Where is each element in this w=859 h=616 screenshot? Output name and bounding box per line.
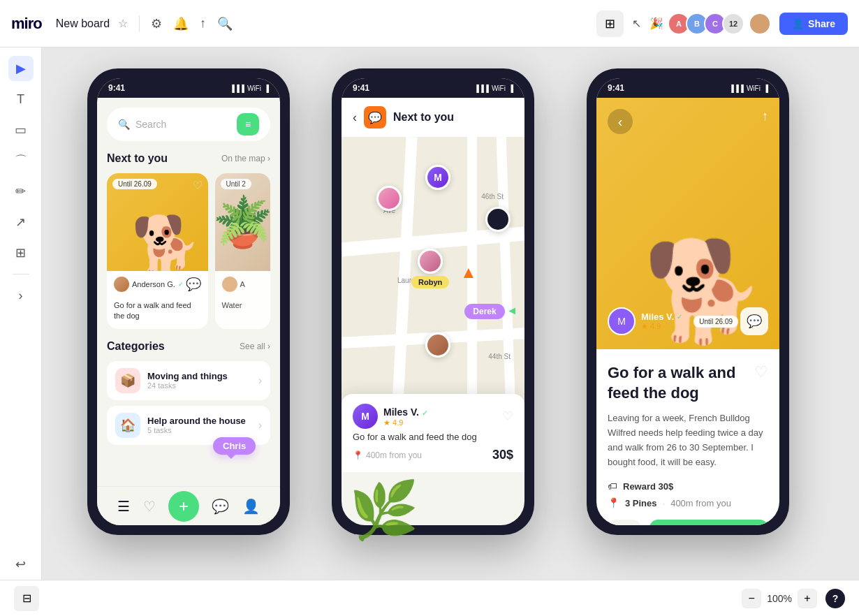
search-bar[interactable]: 🔍 Search ≡ [107, 108, 270, 141]
card1-desc: Go for a walk and feed the dog [107, 298, 208, 329]
canvas-area[interactable]: 9:41 ▐▐▐ WiFi ▐ 🔍 Search ≡ [42, 47, 859, 580]
frame-tool[interactable]: ⊞ [8, 240, 34, 265]
detail-back-button[interactable]: ‹ [608, 109, 633, 134]
map-bottom-card: M Miles V. ✓ ★ 4.9 ♡ Go for a walk and f… [342, 394, 524, 472]
battery-icon-3: ▐ [763, 85, 768, 92]
detail-heart-icon[interactable]: ♡ [754, 363, 768, 381]
undo-tool[interactable]: ↩ [8, 552, 34, 577]
filter-button[interactable]: ≡ [237, 113, 259, 135]
map-back-button[interactable]: ‹ [353, 110, 357, 125]
card-plant[interactable]: Until 2 A Water [215, 173, 270, 329]
derek-label: Derek [464, 304, 504, 319]
detail-title-row: Go for a walk and feed the dog ♡ [608, 363, 768, 403]
categories-link[interactable]: See all › [240, 342, 270, 351]
detail-image: 🐕 ‹ ↑ M Miles V. ✓ ★ 4.9 Until 26.09 [596, 98, 779, 349]
bottom-bar: ⊟ − 100% + ? [0, 580, 859, 616]
share-button[interactable]: 👤 Share [779, 13, 848, 35]
upload-icon[interactable]: ↑ [200, 16, 206, 31]
derek-container: Derek ◄ [464, 305, 517, 317]
map-header-title: Next to you [393, 111, 454, 124]
location-label: 3 Pines [625, 498, 657, 508]
avatar-count: 12 [722, 13, 744, 35]
card1-footer: Anderson G. ✓ 💬 [107, 271, 208, 298]
card2-avatar [222, 277, 237, 292]
pin-avatar-3 [485, 207, 511, 232]
pen-tool[interactable]: ✏ [8, 179, 34, 204]
section-next-link[interactable]: On the map › [221, 154, 270, 163]
detail-chat-bubble: 💬 [740, 307, 768, 335]
miles-distance: 📍 400m from you [353, 450, 422, 460]
notification-icon[interactable]: 🔔 [173, 16, 189, 31]
toolbar-left: miro New board ☆ ⚙ 🔔 ↑ 🔍 [11, 15, 596, 33]
detail-actions: 💬 Respond [608, 520, 768, 525]
sticky-tool[interactable]: ▭ [8, 117, 34, 142]
card2-image: Until 2 [215, 173, 270, 271]
battery-icon: ▐ [264, 85, 269, 92]
robyn-label: Robyn [411, 276, 449, 288]
detail-content: Go for a walk and feed the dog ♡ Leaving… [596, 349, 779, 525]
nav-add-button[interactable]: + [168, 491, 199, 522]
phone-notch-1: 9:41 ▐▐▐ WiFi ▐ [97, 78, 280, 98]
miles-avatar: M [353, 404, 378, 429]
detail-share-button[interactable]: ↑ [762, 109, 768, 124]
next-to-you-header: Next to you On the map › [107, 152, 270, 165]
card2-username: A [240, 280, 245, 288]
miles-verified-icon: ✓ [422, 409, 428, 417]
help-button[interactable]: ? [825, 589, 845, 608]
arrow-tool[interactable]: ↗ [8, 210, 34, 235]
detail-location: 📍 3 Pines · 400m from you [608, 497, 768, 508]
chris-cursor: Chris [213, 437, 256, 455]
category-moving[interactable]: 📦 Moving and things 24 tasks › [107, 361, 270, 400]
wifi-icon-2: WiFi [492, 85, 506, 92]
search-icon[interactable]: 🔍 [217, 16, 233, 31]
cursor-tool[interactable]: ▶ [8, 56, 34, 81]
star-icon[interactable]: ☆ [118, 17, 128, 30]
category-moving-arrow: › [258, 374, 262, 387]
reward-label: Reward 30$ [623, 481, 673, 492]
phone-mockup-2: 9:41 ▐▐▐ WiFi ▐ ‹ 💬 Next to you [332, 68, 534, 535]
card2-user: A [222, 277, 245, 292]
card1-heart-icon[interactable]: ♡ [193, 179, 203, 192]
category-help-arrow: › [258, 419, 262, 432]
miles-heart-icon[interactable]: ♡ [502, 409, 513, 424]
more-tools[interactable]: › [8, 283, 34, 308]
nav-heart-icon[interactable]: ♡ [143, 498, 156, 515]
pin-avatar-robyn [418, 249, 443, 274]
section-next-title: Next to you [107, 152, 168, 165]
nav-list-icon[interactable]: ☰ [117, 498, 130, 515]
wifi-icon-3: WiFi [747, 85, 761, 92]
zoom-level: 100% [767, 593, 792, 604]
detail-description: Leaving for a week, French Bulldog Wilfr… [608, 411, 768, 469]
phone-frame-2: 9:41 ▐▐▐ WiFi ▐ ‹ 💬 Next to you [332, 68, 534, 535]
panel-toggle-button[interactable]: ⊟ [14, 586, 39, 611]
card1-chat-icon[interactable]: 💬 [186, 277, 201, 292]
category-help-tasks: 5 tasks [147, 426, 251, 434]
zoom-out-button[interactable]: − [742, 589, 761, 608]
miles-rating: ★ 4.9 [383, 418, 428, 427]
share-icon: 👤 [792, 18, 804, 29]
nav-chat-icon[interactable]: 💬 [212, 498, 229, 515]
detail-verified-icon: ✓ [677, 313, 682, 321]
zoom-in-button[interactable]: + [798, 589, 817, 608]
sidebar-separator [13, 274, 29, 274]
detail-chat-button[interactable]: 💬 [608, 520, 641, 525]
card2-desc: Water [215, 298, 270, 318]
shape-tool[interactable]: ⌒ [8, 148, 34, 173]
apps-button[interactable]: ⊞ [596, 10, 624, 37]
card1-until: Until 26.09 [112, 179, 157, 189]
board-name[interactable]: New board [56, 17, 110, 30]
detail-respond-button[interactable]: Respond [649, 520, 768, 525]
miro-logo[interactable]: miro [11, 15, 42, 33]
card-dog[interactable]: Until 26.09 ♡ Anderson G. ✓ 💬 [107, 173, 208, 329]
confetti-icon[interactable]: 🎉 [649, 17, 663, 30]
pointer-icon[interactable]: ↖ [632, 17, 641, 30]
miles-info: Miles V. ✓ ★ 4.9 [383, 406, 428, 427]
detail-user-info: M Miles V. ✓ ★ 4.9 Until 26.09 [608, 307, 738, 335]
map-view[interactable]: Ave 46th St 44th St Laurel Hill M [342, 137, 524, 472]
phone-screen-3: 9:41 ▐▐▐ WiFi ▐ 🐕 ‹ ↑ M [596, 78, 779, 525]
text-tool[interactable]: T [8, 87, 34, 112]
settings-icon[interactable]: ⚙ [151, 16, 162, 31]
nav-profile-icon[interactable]: 👤 [242, 498, 260, 515]
card2-until: Until 2 [221, 179, 251, 189]
toolbar-actions: ⚙ 🔔 ↑ 🔍 [151, 16, 233, 31]
